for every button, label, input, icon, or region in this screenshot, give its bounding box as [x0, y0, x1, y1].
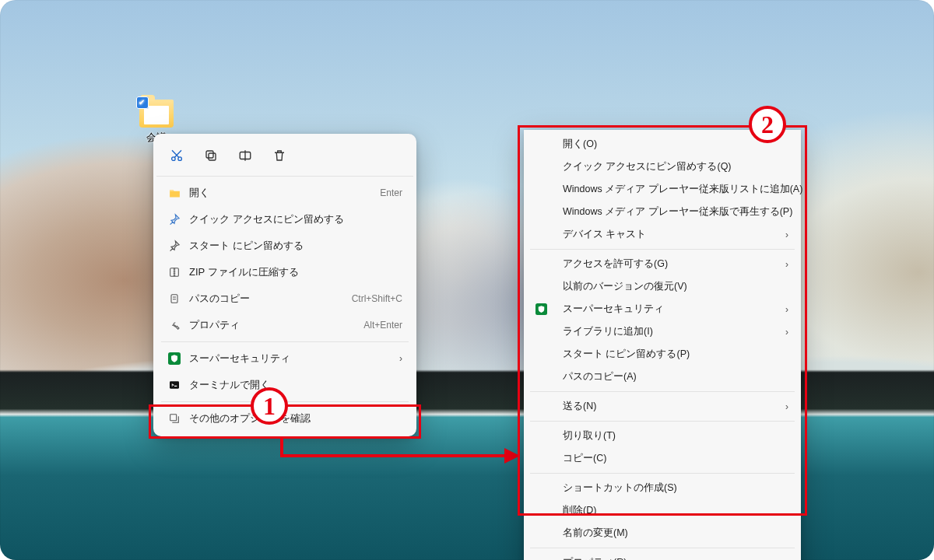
sync-check-icon: ✔: [139, 98, 145, 107]
wrench-icon: [166, 319, 183, 331]
callout-badge-1: 1: [251, 387, 288, 425]
menu1-terminal-label: ターミナルで開く: [183, 378, 402, 392]
menu1-props[interactable]: プロパティ Alt+Enter: [156, 312, 413, 338]
rename-icon[interactable]: [230, 142, 261, 170]
callout-arrow-horiz: [280, 454, 506, 457]
copy-icon[interactable]: [195, 142, 226, 170]
pin-icon: [166, 213, 183, 226]
callout-box-2: [518, 125, 807, 516]
menu1-security[interactable]: スーパーセキュリティ ›: [156, 345, 413, 372]
menu1-pin-quick-label: クイック アクセスにピン留めする: [183, 212, 402, 226]
svg-point-1: [178, 157, 182, 161]
menu1-props-accel: Alt+Enter: [348, 320, 402, 331]
context-menu-win11[interactable]: 開く Enter クイック アクセスにピン留めする スタート にピン留めする Z…: [153, 134, 416, 436]
pin-start-icon: [166, 240, 183, 252]
svg-rect-2: [209, 153, 216, 160]
svg-rect-6: [171, 295, 177, 303]
cut-icon[interactable]: [161, 142, 192, 170]
delete-icon[interactable]: [264, 142, 295, 170]
menu1-pin-start[interactable]: スタート にピン留めする: [156, 233, 413, 259]
copy-path-icon: [166, 292, 183, 305]
menu2-props[interactable]: プロパティ(R): [525, 551, 799, 560]
menu2-rename[interactable]: 名前の変更(M): [525, 522, 799, 544]
context-menu-icon-row: [156, 138, 413, 177]
folder-open-icon: [166, 187, 183, 200]
menu1-open[interactable]: 開く Enter: [156, 180, 413, 206]
svg-point-0: [172, 157, 176, 161]
svg-rect-8: [170, 381, 179, 388]
menu1-pin-quick[interactable]: クイック アクセスにピン留めする: [156, 206, 413, 233]
menu1-copy-path-accel: Ctrl+Shift+C: [336, 293, 402, 304]
folder-paper-icon: [144, 106, 169, 124]
menu1-copy-path-label: パスのコピー: [183, 292, 336, 306]
menu1-copy-path[interactable]: パスのコピー Ctrl+Shift+C: [156, 285, 413, 312]
menu1-zip[interactable]: ZIP ファイルに圧縮する: [156, 259, 413, 285]
menu2-rename-label: 名前の変更(M): [557, 527, 787, 540]
menu1-open-label: 開く: [183, 186, 364, 200]
callout-badge-2: 2: [749, 106, 786, 143]
separator: [530, 548, 795, 548]
chevron-right-icon: ›: [387, 353, 402, 364]
menu2-props-label: プロパティ(R): [557, 556, 787, 560]
folder-icon: ✔: [139, 100, 174, 128]
menu1-terminal[interactable]: ターミナルで開く: [156, 372, 413, 398]
separator: [161, 341, 409, 342]
menu1-zip-label: ZIP ファイルに圧縮する: [183, 265, 402, 279]
terminal-icon: [166, 379, 183, 391]
menu1-security-label: スーパーセキュリティ: [183, 352, 387, 366]
zip-icon: [166, 266, 183, 278]
menu1-props-label: プロパティ: [183, 318, 348, 332]
svg-rect-3: [206, 151, 213, 158]
security-shield-icon: [166, 352, 183, 365]
menu1-open-accel: Enter: [364, 187, 402, 198]
menu1-pin-start-label: スタート にピン留めする: [183, 239, 402, 253]
